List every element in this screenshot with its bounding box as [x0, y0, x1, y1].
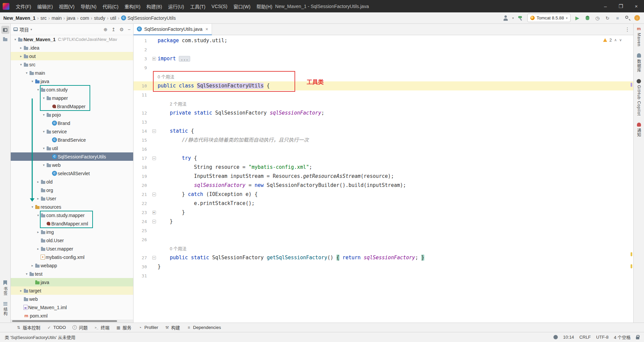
menu-item[interactable]: 导航(N)	[77, 0, 99, 12]
code-line[interactable]: 21− } catch (IOException e) {	[133, 190, 633, 199]
locate-file-icon[interactable]: ⊕	[104, 27, 108, 32]
tree-item-com.study[interactable]: ▾com.study	[11, 85, 133, 94]
tree-item-old[interactable]: ▸old	[11, 178, 133, 186]
more-options-icon[interactable]: ⋮	[625, 26, 630, 32]
fold-marker[interactable]: +	[150, 211, 158, 214]
breadcrumb-item[interactable]: java	[67, 15, 75, 21]
code-line[interactable]: 27− public static SqlSessionFactory getS…	[133, 253, 633, 262]
code-line[interactable]: 19 InputStream inputStream = Resources.g…	[133, 172, 633, 181]
fold-marker[interactable]: +	[150, 57, 158, 61]
tree-item-selectAllServlet[interactable]: selectAllServlet	[11, 169, 133, 178]
chevron-down-icon[interactable]: ▾	[13, 38, 18, 41]
breadcrumb-item[interactable]: study	[94, 15, 105, 21]
tree-item-web[interactable]: ▾web	[11, 161, 133, 169]
tool-stripe-database[interactable]: 数据库	[636, 53, 642, 72]
code-line[interactable]: 16	[133, 145, 633, 154]
menu-item[interactable]: 构建(B)	[144, 0, 165, 12]
tree-item-java[interactable]: ▾java	[11, 77, 133, 85]
chevron-right-icon[interactable]: ▸	[18, 46, 23, 50]
project-tool-button[interactable]	[1, 26, 9, 34]
chevron-right-icon[interactable]: ▸	[18, 54, 23, 58]
tree-item-mapper[interactable]: ▾mapper	[11, 94, 133, 102]
menu-item[interactable]: VCS(S)	[209, 0, 230, 12]
run-config-select[interactable]: Tomcat 8.5.88 ▾	[527, 14, 571, 22]
tree-item-test[interactable]: ▾test	[11, 270, 133, 278]
breadcrumb-item[interactable]: SqlSessionFactoryUtils	[121, 15, 176, 21]
fold-icon[interactable]: +	[152, 211, 156, 214]
breadcrumb-item[interactable]: main	[52, 15, 62, 21]
user-icon[interactable]	[502, 15, 509, 21]
build-hammer-icon[interactable]	[517, 15, 524, 21]
code-line[interactable]: 2	[133, 45, 633, 54]
chevron-down-icon[interactable]: ▾	[30, 79, 35, 83]
tool-button-profiler[interactable]: Profiler	[135, 323, 161, 332]
fold-icon[interactable]: −	[152, 220, 156, 223]
tree-item-BrandService[interactable]: BrandService	[11, 136, 133, 144]
code-line[interactable]: 15 //静态代码块会随着类的加载而自动执行，且只执行一次	[133, 136, 633, 145]
status-message[interactable]: 类 'SqlSessionFactoryUtils' 从未使用	[5, 334, 75, 340]
tree-item-pom.xml[interactable]: pom.xml	[11, 312, 133, 320]
code-line[interactable]: 14− static {	[133, 127, 633, 136]
scrollbar-thumb[interactable]	[12, 320, 117, 322]
tree-item-src[interactable]: ▾src	[11, 60, 133, 69]
usage-hint[interactable]: 0 个用法	[170, 246, 186, 251]
line-separator-widget[interactable]: CRLF	[579, 335, 591, 340]
tool-button-deps[interactable]: Dependencies	[184, 323, 224, 332]
tree-item-img[interactable]: ▸img	[11, 228, 133, 236]
menu-item[interactable]: 视图(V)	[56, 0, 78, 12]
tree-item-service[interactable]: ▾service	[11, 127, 133, 136]
tool-button-git[interactable]: 版本控制	[13, 323, 43, 332]
gear-icon[interactable]: ⚙	[119, 27, 124, 32]
tree-item-resources[interactable]: ▾resources	[11, 203, 133, 211]
chevron-down-icon[interactable]: ▾	[36, 213, 41, 217]
tree-item-mybatis-config.xml[interactable]: mybatis-config.xml	[11, 253, 133, 261]
tool-button-build[interactable]: 构建	[162, 323, 183, 332]
close-icon[interactable]: ×	[206, 26, 208, 32]
chevron-down-icon[interactable]: ▾	[41, 146, 46, 150]
inlay-hint-line[interactable]: 2 个用法	[133, 99, 633, 109]
run-button[interactable]: ▶	[574, 15, 581, 21]
chevron-down-icon[interactable]: ▾	[30, 205, 35, 209]
fold-icon[interactable]: −	[152, 129, 156, 133]
code-line[interactable]: 3+import ...	[133, 54, 633, 63]
tree-item-User[interactable]: ▸User	[11, 194, 133, 203]
tree-item-old.User[interactable]: old.User	[11, 236, 133, 245]
chevron-down-icon[interactable]: ▾	[24, 272, 29, 276]
indent-widget[interactable]: 4 个空格	[614, 334, 631, 340]
close-button[interactable]: ×	[629, 0, 644, 12]
code-line[interactable]: 17− try {	[133, 154, 633, 163]
fold-marker[interactable]: −	[150, 129, 158, 133]
tab-sqlsessionfactoryutils[interactable]: SqlSessionFactoryUtils.java ×	[133, 24, 212, 35]
panel-title[interactable]: 项目	[19, 26, 29, 33]
update-icon[interactable]: ↑	[634, 15, 640, 21]
fold-marker[interactable]: −	[150, 193, 158, 196]
tree-item-org[interactable]: org	[11, 186, 133, 194]
restart-button[interactable]: ↻	[604, 15, 611, 21]
code-line[interactable]: 26	[133, 235, 633, 244]
menu-item[interactable]: 编辑(E)	[34, 0, 56, 12]
hide-panel-icon[interactable]: −	[128, 27, 130, 32]
tool-button-services[interactable]: 服务	[113, 323, 134, 332]
chevron-right-icon[interactable]: ▸	[36, 247, 41, 251]
restore-button[interactable]: ❐	[613, 0, 629, 12]
chevron-right-icon[interactable]: ▸	[36, 230, 41, 234]
menu-item[interactable]: 代码(C)	[100, 0, 121, 12]
chevron-down-icon[interactable]: ▾	[18, 63, 23, 66]
tree-item-New_Maven_1.iml[interactable]: New_Maven_1.iml	[11, 303, 133, 312]
code-line[interactable]: 11	[133, 90, 633, 99]
chevron-down-icon[interactable]: ▾	[41, 113, 46, 117]
chevron-down-icon[interactable]: ▾	[41, 130, 46, 133]
collapse-all-icon[interactable]: ↥	[112, 27, 116, 32]
tool-stripe-structure[interactable]: 结构	[2, 302, 8, 316]
chevron-down-icon[interactable]: ▾	[24, 71, 29, 75]
tool-button-todo[interactable]: TODO	[44, 323, 69, 332]
code-line[interactable]: 1package com.study.util;	[133, 36, 633, 45]
breadcrumb-item[interactable]: com	[80, 15, 89, 21]
code-line[interactable]: 30}	[133, 262, 633, 271]
tree-item-Brand[interactable]: Brand	[11, 119, 133, 127]
prev-problem-button[interactable]: ∧	[614, 38, 617, 42]
code-line[interactable]: 13	[133, 118, 633, 127]
chevron-right-icon[interactable]: ▸	[36, 197, 41, 200]
tree-item-.idea[interactable]: ▸.idea	[11, 44, 133, 52]
inspections-widget[interactable]: 2 ∧ ∨	[603, 38, 622, 43]
